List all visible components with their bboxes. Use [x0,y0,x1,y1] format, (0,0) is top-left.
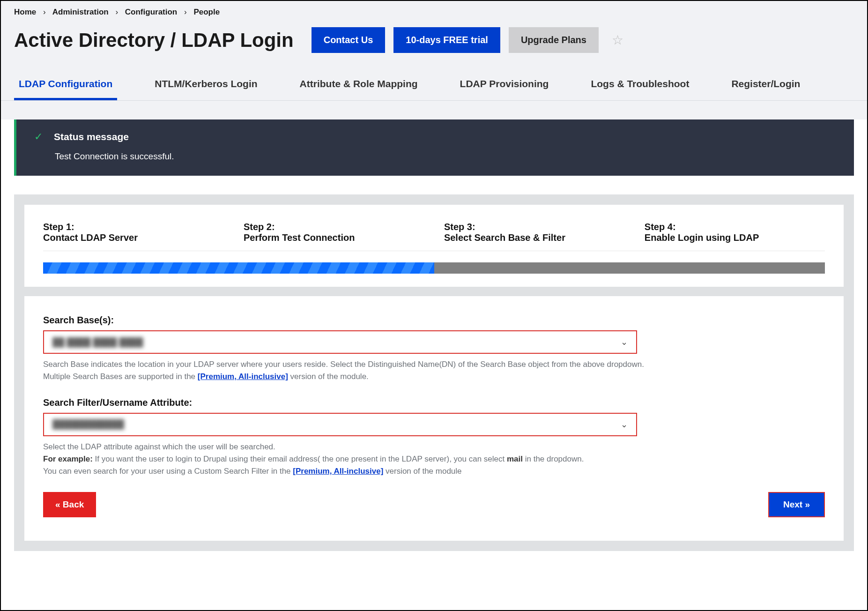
chevron-right-icon: › [184,7,187,16]
step-3: Step 3: Select Search Base & Filter [444,222,645,243]
search-base-help-2b: version of the module. [288,372,369,381]
search-filter-help-3a: You can even search for your user using … [43,467,293,476]
step-4-desc: Enable Login using LDAP [645,232,825,243]
check-icon: ✓ [34,131,43,143]
progress-bar [43,262,825,274]
step-2: Step 2: Perform Test Connection [244,222,444,243]
search-filter-help-2d: in the dropdown. [523,455,584,463]
upgrade-plans-button[interactable]: Upgrade Plans [509,27,599,53]
breadcrumb-home[interactable]: Home [14,7,36,16]
progress-remaining [434,262,825,274]
contact-us-button[interactable]: Contact Us [312,27,386,53]
search-filter-help-3b: version of the module [383,467,461,476]
premium-link-1[interactable]: [Premium, All-inclusive] [198,372,288,381]
step-1: Step 1: Contact LDAP Server [43,222,244,243]
step-2-label: Step 2: [244,222,444,232]
tab-attribute-role-mapping[interactable]: Attribute & Role Mapping [295,72,423,100]
search-filter-help: Select the LDAP attribute against which … [43,441,825,478]
search-base-help-line1: Search Base indicates the location in yo… [43,360,644,369]
breadcrumb-admin[interactable]: Administration [52,7,109,16]
tab-ldap-provisioning[interactable]: LDAP Provisioning [455,72,554,100]
search-filter-label: Search Filter/Username Attribute: [43,397,825,408]
search-config-form: Search Base(s): ██ ████ ████ ████ ⌄ Sear… [24,296,844,541]
search-base-help: Search Base indicates the location in yo… [43,358,825,383]
step-3-desc: Select Search Base & Filter [444,232,645,243]
breadcrumb-people[interactable]: People [193,7,220,16]
back-button[interactable]: « Back [43,492,96,517]
search-base-select[interactable]: ██ ████ ████ ████ ⌄ [43,330,637,354]
search-filter-help-mail: mail [507,455,523,463]
steps-card: Step 1: Contact LDAP Server Step 2: Perf… [24,205,844,287]
search-base-value: ██ ████ ████ ████ [52,337,143,347]
tab-ldap-configuration[interactable]: LDAP Configuration [14,72,117,100]
chevron-right-icon: › [115,7,118,16]
search-base-label: Search Base(s): [43,315,825,326]
chevron-down-icon: ⌄ [621,419,628,430]
chevron-right-icon: › [43,7,46,16]
search-base-help-2a: Multiple Search Bases are supported in t… [43,372,198,381]
progress-done [43,262,434,274]
premium-link-2[interactable]: [Premium, All-inclusive] [293,467,383,476]
search-filter-help-2b: If you want the user to login to Drupal … [93,455,507,463]
step-3-label: Step 3: [444,222,645,232]
tab-ntlm-kerberos[interactable]: NTLM/Kerberos Login [150,72,262,100]
step-1-label: Step 1: [43,222,244,232]
tabs-nav: LDAP Configuration NTLM/Kerberos Login A… [1,72,867,101]
search-filter-help-ex-label: For example: [43,455,93,463]
star-icon[interactable]: ☆ [612,32,623,48]
search-filter-select[interactable]: ████████████ ⌄ [43,413,637,436]
page-title: Active Directory / LDAP Login [14,29,294,52]
breadcrumb-config[interactable]: Configuration [125,7,177,16]
step-2-desc: Perform Test Connection [244,232,444,243]
status-title: Status message [54,131,129,142]
chevron-down-icon: ⌄ [621,337,628,347]
status-message-text: Test Connection is successful. [55,151,836,162]
breadcrumb: Home › Administration › Configuration › … [1,1,867,17]
step-4: Step 4: Enable Login using LDAP [645,222,825,243]
search-filter-value: ████████████ [52,419,124,429]
free-trial-button[interactable]: 10-days FREE trial [393,27,500,53]
search-filter-help-line1: Select the LDAP attribute against which … [43,442,275,451]
step-4-label: Step 4: [645,222,825,232]
step-1-desc: Contact LDAP Server [43,232,244,243]
tab-logs-troubleshoot[interactable]: Logs & Troubleshoot [586,72,694,100]
tab-register-login[interactable]: Register/Login [727,72,805,100]
next-button[interactable]: Next » [768,492,825,517]
status-message-box: ✓ Status message Test Connection is succ… [14,119,854,176]
